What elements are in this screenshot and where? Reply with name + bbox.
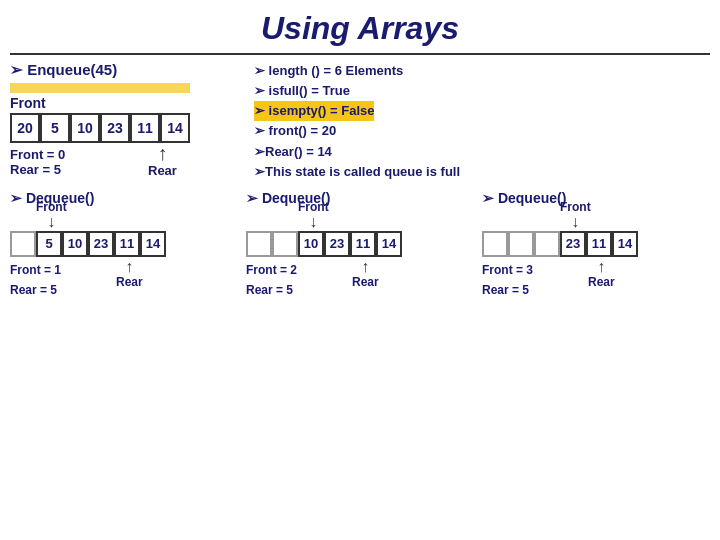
d1-front-eq: Front = 1 [10, 261, 130, 279]
d3-cell-2 [534, 231, 560, 257]
d2-rear-eq: Rear = 5 [246, 281, 366, 299]
d1-cell-1: 5 [36, 231, 62, 257]
dequeue-col-2: ➢ Dequeue() Front ↓ 10 23 11 14 Front = … [246, 190, 474, 299]
d2-front-eq: Front = 2 [246, 261, 366, 279]
d3-cell-3: 23 [560, 231, 586, 257]
left-panel: ➢ Enqueue(45) Front 20 5 10 23 11 14 Fro… [10, 61, 240, 182]
array-row: 20 5 10 23 11 14 [10, 113, 240, 143]
right-item-0: ➢ length () = 6 Elements [254, 61, 710, 81]
right-item-5: ➢This state is called queue is full [254, 162, 710, 182]
d1-cell-2: 10 [62, 231, 88, 257]
d1-cell-4: 11 [114, 231, 140, 257]
d1-cell-0 [10, 231, 36, 257]
d3-cell-5: 14 [612, 231, 638, 257]
d3-cell-0 [482, 231, 508, 257]
cell-5: 14 [160, 113, 190, 143]
d1-cell-3: 23 [88, 231, 114, 257]
right-item-2: ➢ isempty() = False [254, 101, 374, 121]
d2-cell-1 [272, 231, 298, 257]
d2-cell-0 [246, 231, 272, 257]
right-panel: ➢ length () = 6 Elements ➢ isfull() = Tr… [240, 61, 710, 182]
front-label-top: Front [10, 95, 240, 111]
dequeue-label-3: ➢ Dequeue() [482, 190, 710, 206]
cell-1: 5 [40, 113, 70, 143]
dequeue-label-2: ➢ Dequeue() [246, 190, 474, 206]
cell-3: 23 [100, 113, 130, 143]
right-item-4: ➢Rear() = 14 [254, 142, 710, 162]
cell-2: 10 [70, 113, 100, 143]
dequeue-array-row-1: 5 10 23 11 14 [10, 231, 238, 257]
page-title: Using Arrays [0, 0, 720, 53]
right-item-1: ➢ isfull() = True [254, 81, 710, 101]
enqueue-label: ➢ Enqueue(45) [10, 61, 240, 79]
d2-cell-4: 11 [350, 231, 376, 257]
rear-eq-label: Rear = 5 [10, 162, 160, 177]
right-item-3: ➢ front() = 20 [254, 121, 710, 141]
d2-cell-3: 23 [324, 231, 350, 257]
d2-cell-5: 14 [376, 231, 402, 257]
d1-cell-5: 14 [140, 231, 166, 257]
dequeue-col-1: ➢ Dequeue() Front ↓ 5 10 23 11 14 Front … [10, 190, 238, 299]
divider [10, 53, 710, 55]
d3-cell-4: 11 [586, 231, 612, 257]
bottom-section: ➢ Dequeue() Front ↓ 5 10 23 11 14 Front … [0, 182, 720, 299]
dequeue-col-3: ➢ Dequeue() Front ↓ 23 11 14 Front = 3 R… [482, 190, 710, 299]
main-content: ➢ Enqueue(45) Front 20 5 10 23 11 14 Fro… [0, 61, 720, 182]
dequeue-array-row-2: 10 23 11 14 [246, 231, 474, 257]
right-list: ➢ length () = 6 Elements ➢ isfull() = Tr… [254, 61, 710, 182]
highlight-bar [10, 83, 190, 93]
d3-rear-eq: Rear = 5 [482, 281, 602, 299]
cell-0: 20 [10, 113, 40, 143]
d3-front-eq: Front = 3 [482, 261, 602, 279]
front-eq-label: Front = 0 [10, 147, 160, 162]
dequeue-array-row-3: 23 11 14 [482, 231, 710, 257]
d3-cell-1 [508, 231, 534, 257]
rear-label: Rear [148, 163, 177, 178]
cell-4: 11 [130, 113, 160, 143]
d1-rear-eq: Rear = 5 [10, 281, 130, 299]
d2-cell-2: 10 [298, 231, 324, 257]
